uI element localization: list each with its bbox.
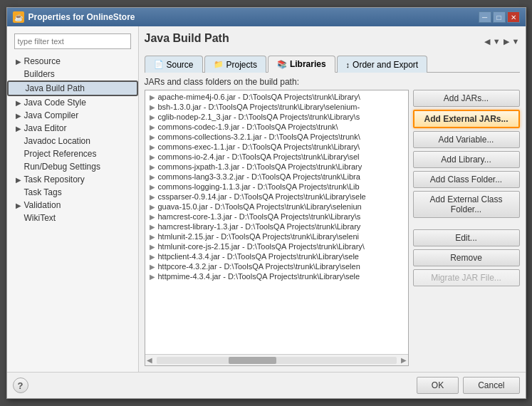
maximize-button[interactable]: □ — [493, 11, 506, 23]
nav-dropdown2[interactable]: ▼ — [512, 37, 520, 46]
jar-item[interactable]: ▶ httpmime-4.3.4.jar - D:\ToolsQA Projec… — [147, 271, 407, 281]
properties-dialog: ☕ Properties for OnlineStore ─ □ ✕ ▶ Res… — [6, 7, 526, 399]
tab-libraries[interactable]: 📚 Libraries — [268, 56, 335, 73]
sidebar-item-label: Run/Debug Settings — [24, 162, 100, 172]
sidebar-item-java-code-style[interactable]: ▶ Java Code Style — [7, 96, 138, 109]
jar-item[interactable]: ▶ cglib-nodep-2.1_3.jar - D:\ToolsQA Pro… — [147, 112, 407, 122]
sidebar-item-resource[interactable]: ▶ Resource — [7, 55, 138, 68]
jar-item[interactable]: ▶ commons-codec-1.9.jar - D:\ToolsQA Pro… — [147, 122, 407, 132]
sidebar-item-label: Resource — [24, 56, 61, 66]
jar-icon: ▶ — [150, 153, 155, 161]
jar-item-label: hamcrest-library-1.3.jar - D:\ToolsQA Pr… — [158, 222, 361, 231]
add-variable-button[interactable]: Add Variable... — [413, 131, 520, 148]
tab-projects[interactable]: 📁 Projects — [204, 56, 266, 73]
sidebar-item-label: Java Build Path — [26, 83, 85, 93]
add-jars-button[interactable]: Add JARs... — [413, 90, 520, 107]
filter-box — [10, 31, 135, 52]
jar-item-label: commons-exec-1.1.jar - D:\ToolsQA Projec… — [158, 142, 360, 151]
close-button[interactable]: ✕ — [507, 11, 520, 23]
jar-item[interactable]: ▶ commons-jxpath-1.3.jar - D:\ToolsQA Pr… — [147, 162, 407, 172]
main-panel: Java Build Path ◀ ▼ ▶ ▼ 📄 Source 📁 Proje… — [139, 26, 526, 372]
page-title: Java Build Path — [145, 32, 229, 45]
minimize-button[interactable]: ─ — [479, 11, 491, 23]
jar-item-label: httpcore-4.3.2.jar - D:\ToolsQA Projects… — [158, 262, 360, 271]
sidebar-item-java-build-path[interactable]: Java Build Path — [7, 80, 138, 96]
cancel-button[interactable]: Cancel — [463, 377, 519, 394]
panel-label: JARs and class folders on the build path… — [145, 77, 520, 87]
jar-icon: ▶ — [150, 253, 155, 261]
sidebar-item-java-compiler[interactable]: ▶ Java Compiler — [7, 109, 138, 122]
tab-icon: 📄 — [154, 60, 164, 69]
buttons-panel: Add JARs...Add External JARs...Add Varia… — [413, 90, 520, 366]
jar-item[interactable]: ▶ htmlunit-core-js-2.15.jar - D:\ToolsQA… — [147, 241, 407, 251]
jar-item[interactable]: ▶ hamcrest-library-1.3.jar - D:\ToolsQA … — [147, 222, 407, 231]
jar-item-label: hamcrest-core-1.3.jar - D:\ToolsQA Proje… — [158, 212, 361, 221]
scroll-thumb[interactable] — [229, 357, 276, 364]
sidebar-item-run/debug-settings[interactable]: Run/Debug Settings — [7, 160, 138, 173]
jar-item-label: commons-lang3-3.3.2.jar - D:\ToolsQA Pro… — [158, 172, 360, 181]
window-icon: ☕ — [13, 11, 24, 23]
scroll-track[interactable] — [157, 357, 397, 364]
footer-right: OK Cancel — [417, 377, 520, 394]
remove-button[interactable]: Remove — [413, 249, 520, 266]
jar-icon: ▶ — [150, 183, 155, 191]
jar-item[interactable]: ▶ hamcrest-core-1.3.jar - D:\ToolsQA Pro… — [147, 212, 407, 222]
jar-item-label: htmlunit-2.15.jar - D:\ToolsQA Projects\… — [158, 232, 359, 241]
jar-item[interactable]: ▶ htmlunit-2.15.jar - D:\ToolsQA Project… — [147, 231, 407, 241]
jar-item-label: commons-jxpath-1.3.jar - D:\ToolsQA Proj… — [158, 162, 363, 171]
nav-controls: ◀ ▼ ▶ ▼ — [484, 37, 520, 46]
migrate-jar-button: Migrate JAR File... — [413, 269, 520, 286]
horizontal-scrollbar[interactable]: ◀ ▶ — [145, 354, 408, 365]
add-library-button[interactable]: Add Library... — [413, 151, 520, 168]
jar-item[interactable]: ▶ bsh-1.3.0.jar - D:\ToolsQA Projects\tr… — [147, 102, 407, 112]
tab-order-and-export[interactable]: ↕ Order and Export — [337, 56, 428, 73]
sidebar-item-builders[interactable]: Builders — [7, 68, 138, 80]
sidebar-item-project-references[interactable]: Project References — [7, 147, 138, 160]
sidebar-item-task-repository[interactable]: ▶ Task Repository — [7, 173, 138, 186]
sidebar-item-label: Java Compiler — [24, 110, 79, 120]
jar-item[interactable]: ▶ apache-mime4j-0.6.jar - D:\ToolsQA Pro… — [147, 92, 407, 102]
ok-button[interactable]: OK — [417, 377, 459, 394]
sidebar-item-java-editor[interactable]: ▶ Java Editor — [7, 122, 138, 135]
add-external-class-folder-button[interactable]: Add External Class Folder... — [413, 191, 520, 218]
sidebar-arrow-icon: ▶ — [16, 112, 21, 120]
jar-item[interactable]: ▶ httpclient-4.3.4.jar - D:\ToolsQA Proj… — [147, 251, 407, 261]
jar-item[interactable]: ▶ commons-exec-1.1.jar - D:\ToolsQA Proj… — [147, 142, 407, 152]
add-external-jars-button[interactable]: Add External JARs... — [413, 110, 520, 128]
jar-icon: ▶ — [150, 113, 155, 121]
jar-item[interactable]: ▶ guava-15.0.jar - D:\ToolsQA Projects\t… — [147, 202, 407, 212]
sidebar-item-task-tags[interactable]: Task Tags — [7, 186, 138, 199]
jar-item-label: commons-codec-1.9.jar - D:\ToolsQA Proje… — [158, 123, 338, 131]
forward-icon[interactable]: ▶ — [504, 37, 509, 46]
jar-item[interactable]: ▶ commons-logging-1.1.3.jar - D:\ToolsQA… — [147, 182, 407, 192]
sidebar-arrow-icon: ▶ — [16, 58, 21, 66]
filter-input[interactable] — [14, 33, 131, 49]
scroll-right-icon[interactable]: ▶ — [400, 356, 408, 364]
add-class-folder-button[interactable]: Add Class Folder... — [413, 171, 520, 188]
jar-item[interactable]: ▶ commons-collections-3.2.1.jar - D:\Too… — [147, 132, 407, 142]
sidebar-item-wikitext[interactable]: WikiText — [7, 212, 138, 224]
jar-item-label: cglib-nodep-2.1_3.jar - D:\ToolsQA Proje… — [158, 113, 360, 121]
jar-item-label: cssparser-0.9.14.jar - D:\ToolsQA Projec… — [158, 192, 366, 201]
sidebar-item-label: Task Tags — [24, 187, 62, 197]
back-icon[interactable]: ◀ — [484, 37, 490, 46]
sidebar-item-validation[interactable]: ▶ Validation — [7, 199, 138, 212]
tab-source[interactable]: 📄 Source — [145, 56, 203, 73]
jar-item[interactable]: ▶ httpcore-4.3.2.jar - D:\ToolsQA Projec… — [147, 261, 407, 271]
scroll-left-icon[interactable]: ◀ — [145, 356, 154, 364]
jar-list[interactable]: ▶ apache-mime4j-0.6.jar - D:\ToolsQA Pro… — [145, 90, 408, 354]
jar-icon: ▶ — [150, 143, 155, 151]
jar-icon: ▶ — [150, 243, 155, 251]
jar-item-label: htmlunit-core-js-2.15.jar - D:\ToolsQA P… — [158, 242, 365, 251]
jar-item[interactable]: ▶ cssparser-0.9.14.jar - D:\ToolsQA Proj… — [147, 192, 407, 202]
edit-button[interactable]: Edit... — [413, 229, 520, 246]
sidebar-item-javadoc-location[interactable]: Javadoc Location — [7, 135, 138, 147]
jar-icon: ▶ — [150, 223, 155, 231]
jar-item[interactable]: ▶ commons-io-2.4.jar - D:\ToolsQA Projec… — [147, 152, 407, 162]
help-button[interactable]: ? — [13, 378, 28, 393]
sidebar-item-label: Task Repository — [24, 175, 85, 184]
jar-item[interactable]: ▶ commons-lang3-3.3.2.jar - D:\ToolsQA P… — [147, 172, 407, 182]
nav-dropdown[interactable]: ▼ — [493, 37, 501, 46]
footer-left: ? — [13, 378, 28, 393]
jar-icon: ▶ — [150, 133, 155, 141]
